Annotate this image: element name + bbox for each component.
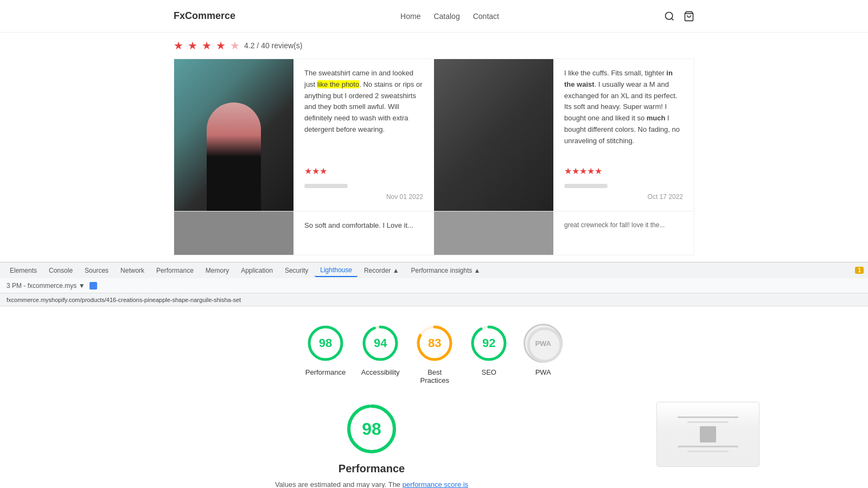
score-performance: 98 Performance <box>305 324 346 376</box>
big-score-circle: 98 <box>344 402 399 456</box>
tab-security[interactable]: Security <box>279 265 314 277</box>
tab-network[interactable]: Network <box>115 265 150 277</box>
thumb-rect <box>700 426 716 442</box>
review-meta-1: ★★★ Nov 01 2022 <box>304 164 423 202</box>
svg-line-1 <box>672 18 674 20</box>
score-best-practices: 83 BestPractices <box>415 324 454 384</box>
score-circle-seo: 92 <box>469 324 508 363</box>
site-nav: Home Catalog Contact <box>400 12 499 21</box>
site-icons <box>664 11 694 22</box>
pwa-score-value: PWA <box>535 339 551 348</box>
review-text-3: So soft and comfortable. I Love it... <box>293 211 434 255</box>
review-text-2: I like the cuffs. Fits small, tighter in… <box>553 59 694 211</box>
tab-recorder[interactable]: Recorder ▲ <box>359 265 405 277</box>
tab-elements[interactable]: Elements <box>4 265 42 277</box>
thumb-line-3 <box>678 446 739 447</box>
big-score-description: Values are estimated and may vary. The p… <box>274 479 469 488</box>
performance-label: Performance <box>305 368 346 376</box>
cart-icon[interactable] <box>684 11 694 22</box>
site-header: FxCommerce Home Catalog Contact <box>0 0 868 33</box>
tab-console[interactable]: Console <box>43 265 78 277</box>
score-circle-best-practices: 83 <box>415 324 454 363</box>
big-score-section: 98 Performance Values are estimated and … <box>0 402 868 488</box>
svg-point-0 <box>665 12 672 19</box>
score-seo: 92 SEO <box>469 324 508 376</box>
tab-memory[interactable]: Memory <box>200 265 234 277</box>
scores-row: 98 Performance 94 Accessibility <box>305 324 563 384</box>
star-2: ★ <box>188 39 197 52</box>
address-label[interactable]: 3 PM - fxcommerce.mys ▼ <box>7 282 85 290</box>
tab-lighthouse[interactable]: Lighthouse <box>315 264 358 277</box>
star-1: ★ <box>174 39 183 52</box>
tab-sources[interactable]: Sources <box>79 265 114 277</box>
search-icon[interactable] <box>664 11 675 22</box>
description-prefix: Values are estimated and may vary. The <box>275 480 400 488</box>
thumb-line-4 <box>687 451 728 452</box>
big-score-value: 98 <box>362 419 381 439</box>
accessibility-score-value: 94 <box>374 336 387 350</box>
nav-contact[interactable]: Contact <box>473 12 499 21</box>
accessibility-label: Accessibility <box>361 368 400 376</box>
score-pwa: PWA PWA <box>524 324 563 376</box>
tab-performance[interactable]: Performance <box>151 265 199 277</box>
reviews-grid-row2: So soft and comfortable. I Love it... gr… <box>174 211 694 255</box>
reviewer-bar-1 <box>304 184 348 188</box>
review-image-1 <box>174 59 293 211</box>
url-text: fxcommerce.myshopify.com/products/416-cr… <box>7 297 241 303</box>
star-4: ★ <box>216 39 226 52</box>
seo-score-value: 92 <box>482 336 495 350</box>
seo-label: SEO <box>481 368 496 376</box>
thumb-line-2 <box>687 421 728 423</box>
best-practices-score-value: 83 <box>428 336 441 350</box>
score-circle-accessibility: 94 <box>361 324 400 363</box>
review-section: ★ ★ ★ ★ ★ 4.2 / 40 review(s) The sweatsh… <box>0 33 868 262</box>
big-score-title: Performance <box>339 463 405 475</box>
review-stars-small-1: ★★★ <box>304 164 423 178</box>
star-3: ★ <box>202 39 212 52</box>
review-stars-small-2: ★★★★★ <box>564 164 683 178</box>
review-stars-row: ★ ★ ★ ★ ★ 4.2 / 40 review(s) <box>174 39 694 52</box>
reviewer-bar-2 <box>564 184 608 188</box>
review-image-3 <box>174 211 293 255</box>
notification-badge: 1 <box>855 267 864 274</box>
review-count: 4.2 / 40 review(s) <box>244 41 302 50</box>
performance-score-value: 98 <box>319 336 332 350</box>
best-practices-label: BestPractices <box>420 368 449 384</box>
thumbnail-content <box>657 402 759 466</box>
score-accessibility: 94 Accessibility <box>361 324 400 376</box>
review-text-1: The sweatshirt came in and looked just l… <box>293 59 434 211</box>
tab-performance-insights[interactable]: Performance insights ▲ <box>406 265 486 277</box>
thumb-line-1 <box>678 416 739 418</box>
pwa-label: PWA <box>535 368 551 376</box>
review-image-2 <box>434 59 553 211</box>
review-meta-2: ★★★★★ Oct 17 2022 <box>564 164 683 202</box>
site-logo: FxCommerce <box>174 10 235 22</box>
lighthouse-panel: 98 Performance 94 Accessibility <box>0 306 868 488</box>
url-bar: fxcommerce.myshopify.com/products/416-cr… <box>0 293 868 306</box>
review-text-4: great crewneck for fall! love it the... <box>553 211 694 255</box>
nav-home[interactable]: Home <box>400 12 420 21</box>
reviews-grid: The sweatshirt came in and looked just l… <box>174 59 694 211</box>
nav-catalog[interactable]: Catalog <box>433 12 459 21</box>
devtools-tabs: Elements Console Sources Network Perform… <box>0 262 868 278</box>
big-score-left: 98 Performance Values are estimated and … <box>108 402 635 488</box>
score-circle-pwa: PWA <box>524 324 563 363</box>
thumbnail-box <box>656 402 760 467</box>
devtools-address: 3 PM - fxcommerce.mys ▼ <box>0 278 868 293</box>
score-circle-performance: 98 <box>306 324 345 363</box>
review-date-2: Oct 17 2022 <box>564 192 683 202</box>
tab-application[interactable]: Application <box>235 265 278 277</box>
review-image-4 <box>434 211 553 255</box>
star-5: ★ <box>230 39 240 52</box>
favicon <box>90 282 97 290</box>
review-date-1: Nov 01 2022 <box>304 192 423 202</box>
